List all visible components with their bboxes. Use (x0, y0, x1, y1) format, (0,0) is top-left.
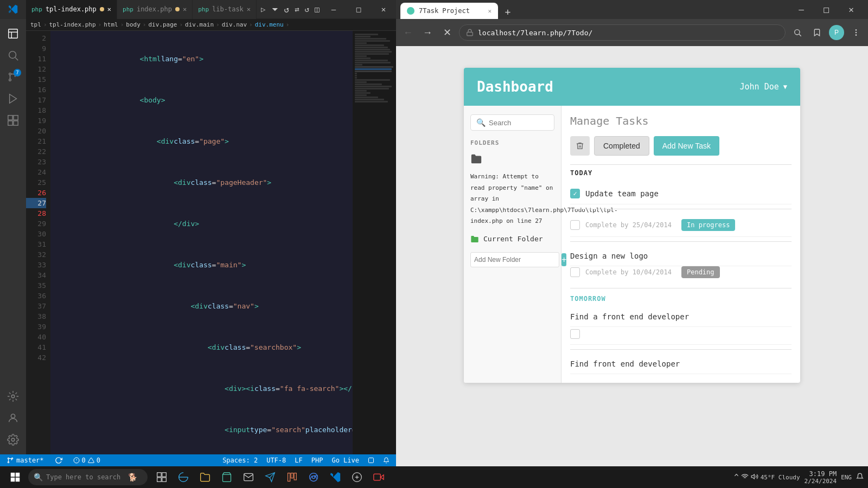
browser-tab[interactable]: 7Task Project ✕ (400, 3, 498, 19)
search-input-wrap[interactable]: 🔍 (470, 114, 554, 131)
browser-minimize[interactable]: — (789, 0, 814, 19)
svg-line-45 (315, 476, 317, 479)
taskbar-mail[interactable] (239, 467, 258, 487)
profile-btn[interactable]: P (829, 25, 844, 40)
taskbar-task-view[interactable] (152, 467, 171, 487)
run-icon[interactable]: ▷ (259, 5, 267, 14)
task-item-1: ✓ Update team page (570, 183, 792, 204)
language-mode[interactable]: PHP (309, 457, 326, 464)
activity-extensions[interactable] (3, 110, 23, 131)
notifications-btn[interactable] (856, 473, 864, 482)
tab-close-btn-3[interactable]: ✕ (247, 5, 251, 13)
task-status-3[interactable]: Pending (681, 266, 720, 278)
more-btn[interactable] (848, 25, 864, 40)
taskbar-app10[interactable] (347, 467, 367, 487)
tab-close-btn[interactable]: ✕ (107, 5, 111, 13)
sync-icon[interactable]: ⇄ (292, 5, 301, 14)
code-line-9: <body> (55, 95, 353, 115)
maximize-btn[interactable]: □ (346, 0, 371, 19)
trash-button[interactable] (570, 136, 590, 156)
tray-chevron[interactable]: ^ (734, 473, 738, 481)
encoding-setting[interactable]: UTF-8 (264, 457, 288, 464)
tray-network[interactable] (741, 473, 749, 482)
task-checkbox-4[interactable] (570, 329, 580, 339)
current-folder-item[interactable]: Current Folder (464, 230, 561, 248)
svg-point-13 (11, 395, 15, 398)
taskbar-search[interactable]: 🔍 Type here to search 🐕 (28, 469, 148, 485)
minimize-btn[interactable]: — (321, 0, 346, 19)
notification-icon[interactable] (381, 457, 392, 464)
start-button[interactable] (4, 466, 26, 488)
svg-point-6 (9, 79, 11, 81)
divider-4 (570, 349, 792, 350)
tray-weather[interactable]: 45°F Cloudy (761, 474, 800, 481)
completed-button[interactable]: Completed (594, 136, 649, 156)
svg-rect-34 (162, 473, 167, 477)
back-button[interactable]: ← (400, 25, 416, 40)
taskbar-explorer[interactable] (195, 467, 215, 487)
activity-search[interactable] (3, 45, 23, 66)
search-input[interactable] (489, 119, 548, 127)
format-icon[interactable] (366, 457, 376, 464)
tab-index[interactable]: php index.php ✕ (117, 0, 193, 19)
split-icon[interactable]: ◫ (312, 5, 321, 14)
task-checkbox-3[interactable] (570, 267, 580, 277)
zoom-btn[interactable] (790, 25, 805, 40)
wrap-icon[interactable]: ↺ (303, 5, 311, 14)
taskbar-vscode[interactable] (326, 467, 345, 487)
add-folder-input[interactable] (470, 252, 559, 267)
forward-button[interactable]: → (420, 25, 435, 40)
code-line-16: <div class="main"> (55, 260, 353, 280)
activity-settings[interactable] (3, 429, 23, 450)
tab-tpl-index[interactable]: php tpl-index.php ✕ (26, 0, 117, 19)
code-line-2: <html lang="en" > (55, 54, 353, 74)
taskbar-right: ^ 45°F Cloudy 3:19 PM 2/24/2024 ENG (734, 470, 864, 485)
tab-close-btn-2[interactable]: ✕ (183, 5, 187, 13)
taskbar-app11[interactable] (369, 467, 388, 487)
bookmark-btn[interactable] (809, 25, 825, 40)
browser-maximize[interactable]: □ (814, 0, 839, 19)
keyboard-layout[interactable]: ENG (841, 474, 852, 481)
activity-explorer[interactable] (3, 23, 23, 44)
history-icon[interactable]: ↺ (282, 4, 292, 15)
git-branch[interactable]: master* (4, 457, 46, 464)
add-task-button[interactable]: Add New Task (654, 136, 719, 156)
spaces-setting[interactable]: Spaces: 2 (220, 457, 260, 464)
taskbar-telegram[interactable] (260, 467, 280, 487)
folder-icon (470, 153, 482, 165)
taskbar-chrome[interactable] (304, 467, 323, 487)
activity-run[interactable] (3, 88, 23, 109)
tray-volume[interactable] (751, 473, 758, 482)
clock-display[interactable]: 3:19 PM 2/24/2024 (805, 470, 837, 485)
new-tab-btn[interactable]: + (500, 4, 515, 19)
sync-status[interactable] (53, 457, 65, 464)
line-endings[interactable]: LF (292, 457, 304, 464)
activity-accounts[interactable] (3, 408, 23, 428)
date: 2/24/2024 (805, 478, 837, 485)
task-status-2[interactable]: In progress (681, 219, 735, 231)
browser-close[interactable]: ✕ (839, 0, 864, 19)
svg-point-26 (856, 30, 856, 30)
stop-button[interactable]: ✕ (439, 25, 455, 40)
taskbar-store[interactable] (217, 467, 237, 487)
task-name-4: Find a front end developer (570, 312, 792, 321)
username: John Doe (740, 82, 779, 92)
activity-source-control[interactable]: 7 (3, 67, 23, 87)
current-folder-icon (470, 235, 479, 243)
activity-remote[interactable] (3, 386, 23, 407)
go-live-btn[interactable]: Go Live (329, 457, 361, 464)
task-checkbox-1[interactable]: ✓ (570, 189, 580, 198)
taskbar-kanban[interactable] (282, 467, 302, 487)
url-bar[interactable]: localhost/7learn.php/7Todo/ (459, 24, 786, 41)
debug-icon[interactable]: ⏷ (269, 5, 281, 14)
error-count[interactable]: 0 0 (71, 457, 103, 464)
browser-tab-close[interactable]: ✕ (488, 8, 492, 15)
tab-lib-task[interactable]: php lib-task ✕ (193, 0, 257, 19)
lock-icon (466, 29, 474, 36)
code-lines[interactable]: <html lang="en" > <body> <div class="pag… (50, 31, 353, 454)
taskbar-edge[interactable] (174, 467, 193, 487)
svg-point-14 (11, 414, 15, 418)
user-menu[interactable]: John Doe ▼ (740, 82, 787, 92)
close-btn-vscode[interactable]: ✕ (371, 0, 396, 19)
task-checkbox-2[interactable] (570, 220, 580, 230)
